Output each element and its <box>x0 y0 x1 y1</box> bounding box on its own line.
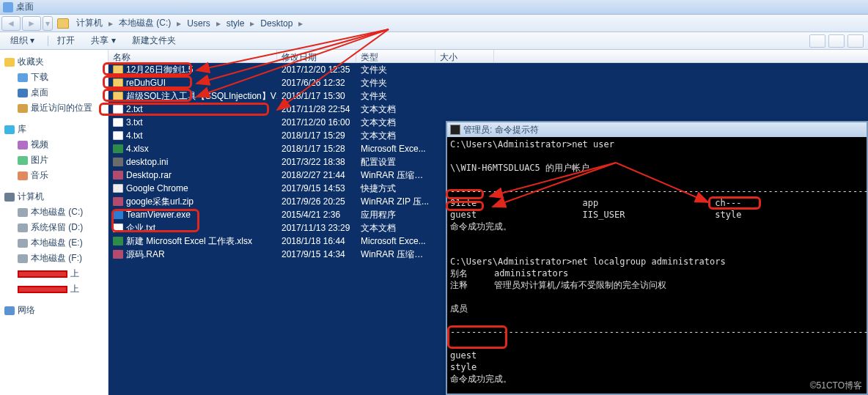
window-title: 桌面 <box>16 1 34 13</box>
share-button[interactable]: 共享 ▾ <box>85 33 121 48</box>
sidebar-item-redacted[interactable]: 上 <box>3 266 105 281</box>
file-icon <box>113 250 123 259</box>
breadcrumb-seg[interactable]: 计算机 <box>72 15 107 31</box>
file-icon <box>113 197 123 206</box>
file-row[interactable]: 2.txt2017/11/28 22:54文本文档 <box>108 103 868 116</box>
file-icon <box>113 224 123 232</box>
col-name[interactable]: 名称 <box>108 50 277 62</box>
column-headers: 名称 修改日期 类型 大小 <box>108 50 868 63</box>
sidebar-item-label: 最近访问的位置 <box>31 102 92 114</box>
file-icon <box>113 237 123 246</box>
sidebar-item-label: 本地磁盘 (C:) <box>31 206 83 218</box>
sidebar-item-music[interactable]: 音乐 <box>3 168 105 183</box>
breadcrumb-seg[interactable]: Users <box>183 17 214 30</box>
desktop-icon <box>18 89 28 97</box>
sidebar-item-disk[interactable]: 本地磁盘 (C:) <box>3 204 105 220</box>
file-type: 文本文档 <box>356 222 435 235</box>
breadcrumb-seg[interactable]: style <box>222 17 249 30</box>
file-row[interactable]: 12月26日御剑1.52017/12/20 12:35文件夹 <box>108 63 868 76</box>
file-type: 文本文档 <box>356 117 435 129</box>
new-folder-button[interactable]: 新建文件夹 <box>126 33 182 48</box>
col-type[interactable]: 类型 <box>356 50 435 62</box>
sidebar-item-redacted[interactable]: 上 <box>3 281 105 297</box>
view-button[interactable] <box>809 34 825 48</box>
sidebar-label: 收藏夹 <box>18 56 44 68</box>
sidebar-item-recent[interactable]: 最近访问的位置 <box>3 100 105 116</box>
file-date: 2015/4/21 2:36 <box>277 210 356 220</box>
sidebar-item-disk[interactable]: 本地磁盘 (E:) <box>3 235 105 251</box>
file-icon <box>113 65 123 74</box>
file-type: 文本文档 <box>356 130 435 142</box>
back-button[interactable]: ◄ <box>1 16 21 31</box>
file-name: 超级SQL注入工具【SSQLInjection】V1... <box>126 90 277 103</box>
breadcrumb: 计算机▸ 本地磁盘 (C:)▸ Users▸ style▸ Desktop▸ <box>57 15 304 31</box>
sidebar-favorites[interactable]: 收藏夹 <box>3 54 105 70</box>
file-date: 2017/12/20 16:00 <box>277 117 356 128</box>
file-icon <box>113 171 123 180</box>
file-type: 文本文档 <box>356 103 435 116</box>
network-icon <box>4 306 15 315</box>
window-titlebar: 桌面 <box>0 0 868 15</box>
sidebar-label: 计算机 <box>18 191 44 203</box>
file-name: 2.txt <box>126 104 143 114</box>
disk-icon <box>18 208 28 217</box>
file-type: 文件夹 <box>356 77 435 89</box>
file-date: 2018/1/17 15:30 <box>277 91 356 101</box>
sidebar-item-downloads[interactable]: 下载 <box>3 70 105 85</box>
sidebar-label: 库 <box>18 123 26 136</box>
file-type: 快捷方式 <box>356 182 435 195</box>
file-type: 文件夹 <box>356 90 435 103</box>
breadcrumb-seg[interactable]: 本地磁盘 (C:) <box>114 15 175 31</box>
file-row[interactable]: reDuhGUI2017/6/26 12:32文件夹 <box>108 76 868 89</box>
file-icon <box>113 78 123 87</box>
sidebar-libraries[interactable]: 库 <box>3 122 105 137</box>
video-icon <box>18 141 28 149</box>
file-date: 2017/9/15 14:53 <box>277 183 356 193</box>
cmd-titlebar[interactable]: 管理员: 命令提示符 <box>447 122 867 137</box>
sidebar-network[interactable]: 网络 <box>3 303 105 318</box>
watermark: ©51CTO博客 <box>810 380 862 392</box>
file-date: 2017/9/26 20:25 <box>277 196 356 207</box>
folder-icon <box>57 18 69 29</box>
recent-icon <box>18 104 28 113</box>
sidebar-item-label: 系统保留 (D:) <box>31 221 83 234</box>
computer-icon <box>4 193 15 202</box>
sidebar-item-disk[interactable]: 系统保留 (D:) <box>3 220 105 235</box>
file-row[interactable]: 超级SQL注入工具【SSQLInjection】V1...2018/1/17 1… <box>108 89 868 103</box>
file-icon <box>113 131 123 140</box>
sidebar-item-disk[interactable]: 本地磁盘 (F:) <box>3 251 105 266</box>
file-date: 2017/11/13 23:29 <box>277 223 356 233</box>
file-name: Google Chrome <box>126 183 188 193</box>
forward-button[interactable]: ► <box>22 16 41 31</box>
file-name: 4.xlsx <box>126 144 149 154</box>
file-date: 2017/6/26 12:32 <box>277 78 356 88</box>
sidebar-item-label: 下载 <box>31 71 48 84</box>
file-type: WinRAR ZIP 压... <box>356 196 435 208</box>
sidebar-label: 网络 <box>18 304 35 317</box>
col-date[interactable]: 修改日期 <box>277 50 356 62</box>
col-size[interactable]: 大小 <box>435 50 494 62</box>
cmd-output: C:\Users\Administrator>net user \\WIN-H6… <box>447 137 867 395</box>
file-type: 应用程序 <box>356 209 435 221</box>
open-button[interactable]: 打开 <box>51 33 81 48</box>
file-icon <box>113 118 123 127</box>
toolbar: 组织 ▾ 打开 共享 ▾ 新建文件夹 <box>0 32 868 50</box>
file-name: 源码.RAR <box>126 248 165 261</box>
sidebar-computer[interactable]: 计算机 <box>3 189 105 204</box>
file-date: 2018/1/17 15:28 <box>277 144 356 154</box>
cmd-window[interactable]: 管理员: 命令提示符 C:\Users\Administrator>net us… <box>446 121 868 395</box>
file-name: TeamViewer.exe <box>126 210 191 220</box>
file-date: 2017/11/28 22:54 <box>277 104 356 114</box>
breadcrumb-seg[interactable]: Desktop <box>256 17 297 30</box>
history-dropdown[interactable]: ▾ <box>43 16 53 31</box>
sidebar-item-label: 图片 <box>31 154 48 166</box>
organize-button[interactable]: 组织 ▾ <box>4 33 40 48</box>
sidebar-item-videos[interactable]: 视频 <box>3 137 105 152</box>
file-date: 2018/1/17 15:29 <box>277 130 356 141</box>
picture-icon <box>18 156 28 165</box>
file-name: reDuhGUI <box>126 78 166 88</box>
sidebar-item-pictures[interactable]: 图片 <box>3 152 105 168</box>
help-button[interactable] <box>847 34 864 48</box>
preview-pane-button[interactable] <box>828 34 845 48</box>
sidebar-item-desktop[interactable]: 桌面 <box>3 85 105 100</box>
